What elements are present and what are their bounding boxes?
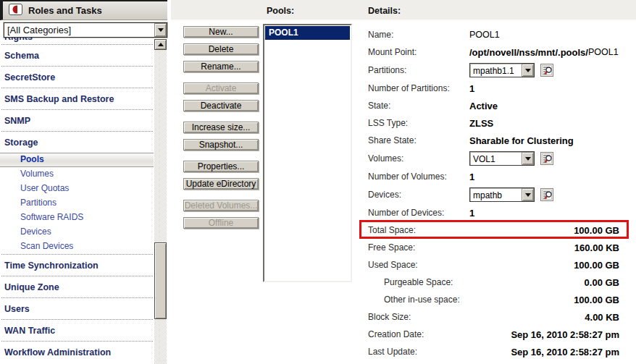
detail-row-partitions: Partitions:mpathb1.1 xyxy=(368,61,619,80)
sidebar-item-label: Workflow Administration xyxy=(4,347,111,357)
sidebar-item-volumes[interactable]: Volumes xyxy=(0,167,154,182)
detail-value: VOL1 xyxy=(469,151,619,166)
sidebar-item-pools[interactable]: Pools xyxy=(0,153,154,167)
detail-value: 100.00 GB xyxy=(469,295,619,305)
combo-value: mpathb xyxy=(470,188,522,201)
detail-label: LSS Type: xyxy=(368,118,469,128)
sidebar-item-label: Scan Devices xyxy=(20,241,73,251)
browse-objects-icon[interactable] xyxy=(540,152,553,165)
properties-button[interactable]: Properties... xyxy=(183,161,259,172)
sidebar-item-time-synchronization[interactable]: Time Synchronization xyxy=(0,255,154,276)
snapshot-button[interactable]: Snapshot... xyxy=(183,139,259,151)
scrollbar-track[interactable] xyxy=(154,50,167,364)
detail-row-state: State:Active xyxy=(368,97,619,114)
detail-label: Devices: xyxy=(368,190,469,200)
detail-value: 100.00 GB xyxy=(469,260,619,271)
deactivate-button[interactable]: Deactivate xyxy=(183,100,259,111)
sidebar-item-label: Unique Zone xyxy=(4,282,59,292)
detail-label: Last Update: xyxy=(368,347,469,357)
detail-label: Number of Partitions: xyxy=(368,83,469,93)
sidebar-item-storage[interactable]: Storage xyxy=(0,132,154,153)
detail-row-mount-point: Mount Point:/opt/novell/nss/mnt/.pools/P… xyxy=(368,43,619,61)
scrollbar-thumb[interactable] xyxy=(154,242,167,319)
volumes-combo[interactable]: VOL1 xyxy=(469,151,535,166)
detail-row-lss-type: LSS Type:ZLSS xyxy=(368,114,619,132)
detail-label: Name: xyxy=(368,30,469,40)
detail-label: Number of Volumes: xyxy=(368,172,469,182)
sidebar-item-label: User Quotas xyxy=(20,183,69,193)
sidebar-item-users[interactable]: Users xyxy=(0,298,154,319)
details-rows: Name:POOL1Mount Point:/opt/novell/nss/mn… xyxy=(368,26,619,360)
browse-objects-icon[interactable] xyxy=(540,64,553,77)
sidebar-item-devices[interactable]: Devices xyxy=(0,225,154,240)
detail-value: mpathb1.1 xyxy=(469,63,619,77)
update-edirectory-button[interactable]: Update eDirectory xyxy=(183,178,259,190)
sidebar-item-unique-zone[interactable]: Unique Zone xyxy=(0,276,154,297)
detail-value: ZLSS xyxy=(469,118,619,129)
detail-value: Active xyxy=(469,101,619,111)
combo-arrow-icon[interactable] xyxy=(522,188,534,201)
detail-label: Partitions: xyxy=(368,65,469,75)
detail-row-creation-date: Creation Date:Sep 16, 2010 2:58:27 pm xyxy=(368,326,619,343)
devices-combo[interactable]: mpathb xyxy=(469,187,535,202)
detail-value: 1 xyxy=(469,83,619,94)
new-button[interactable]: New... xyxy=(183,26,259,38)
roles-and-tasks-icon[interactable] xyxy=(9,4,22,18)
details-panel-title: Details: xyxy=(368,6,401,16)
sidebar-item-sms-backup-and-restore[interactable]: SMS Backup and Restore xyxy=(0,88,154,109)
sidebar-item-scan-devices[interactable]: Scan Devices xyxy=(0,240,154,254)
partitions-combo[interactable]: mpathb1.1 xyxy=(469,63,535,77)
sidebar-item-partitions[interactable]: Partitions xyxy=(0,196,154,211)
sidebar-item-label: SNMP xyxy=(4,116,30,126)
sidebar-item-label: WAN Traffic xyxy=(4,326,55,336)
detail-value: POOL1 xyxy=(469,30,619,40)
combo-arrow-icon[interactable] xyxy=(522,152,534,165)
detail-label: Purgeable Space: xyxy=(368,277,469,287)
activate-button[interactable]: Activate xyxy=(183,82,259,94)
scroll-up-icon[interactable] xyxy=(154,39,167,50)
detail-row-share-state: Share State:Sharable for Clustering xyxy=(368,132,619,149)
pools-listbox[interactable]: POOL1 xyxy=(263,24,352,282)
detail-row-number-of-volumes: Number of Volumes:1 xyxy=(368,168,619,185)
detail-row-last-update: Last Update:Sep 16, 2010 2:58:27 pm xyxy=(368,343,619,360)
detail-row-total-space: Total Space:100.00 GB xyxy=(368,221,619,239)
combo-arrow-icon[interactable] xyxy=(522,64,534,77)
imanager-storage-pools-screen: Roles and Tasks [All Categories] RightsS… xyxy=(0,0,636,364)
increase-size-button[interactable]: Increase size... xyxy=(183,122,259,133)
sidebar-item-label: Volumes xyxy=(20,169,54,179)
sidebar-item-software-raids[interactable]: Software RAIDS xyxy=(0,211,154,225)
sidebar-item-schema[interactable]: Schema xyxy=(0,45,154,66)
browse-objects-icon[interactable] xyxy=(540,188,553,201)
sidebar-item-label: Pools xyxy=(20,154,44,164)
category-dropdown[interactable]: [All Categories] xyxy=(4,22,167,38)
sidebar-item-label: Rights xyxy=(4,38,33,42)
sidebar-item-user-quotas[interactable]: User Quotas xyxy=(0,182,154,196)
sidebar-item-label: SecretStore xyxy=(4,72,55,82)
pool-list-item-pool1[interactable]: POOL1 xyxy=(265,26,350,40)
sidebar-item-wan-traffic[interactable]: WAN Traffic xyxy=(0,320,154,341)
sidebar-item-secretstore[interactable]: SecretStore xyxy=(0,67,154,88)
detail-label: State: xyxy=(368,101,469,111)
detail-row-used-space: Used Space:100.00 GB xyxy=(368,256,619,274)
offline-button[interactable]: Offline xyxy=(183,217,259,229)
sidebar-item-workflow-administration[interactable]: Workflow Administration xyxy=(0,342,154,363)
delete-button[interactable]: Delete xyxy=(183,43,259,55)
detail-value: Sep 16, 2010 2:58:27 pm xyxy=(469,329,619,340)
sidebar-item-label: SMS Backup and Restore xyxy=(4,94,114,104)
detail-value: 1 xyxy=(469,172,619,182)
detail-value: 0.00 GB xyxy=(469,277,619,288)
detail-row-free-space: Free Space:160.00 KB xyxy=(368,239,619,256)
sidebar-item-rights[interactable]: Rights xyxy=(0,38,154,44)
sidebar-item-snmp[interactable]: SNMP xyxy=(0,110,154,131)
rename-button[interactable]: Rename... xyxy=(183,61,259,72)
dropdown-arrow-icon[interactable] xyxy=(154,23,167,37)
sidebar-scrollbar[interactable] xyxy=(154,39,167,364)
sidebar-nav: RightsSchemaSecretStoreSMS Backup and Re… xyxy=(0,38,154,363)
detail-value: Sep 16, 2010 2:58:27 pm xyxy=(469,347,619,357)
detail-label: Other in-use space: xyxy=(368,295,469,305)
combo-value: VOL1 xyxy=(470,152,522,165)
pool-actions: New...DeleteRename...ActivateDeactivateI… xyxy=(183,26,259,234)
deleted-volumes-button[interactable]: Deleted Volumes... xyxy=(183,200,259,211)
sidebar-item-label: Time Synchronization xyxy=(4,261,99,271)
detail-label: Number of Devices: xyxy=(368,208,469,218)
